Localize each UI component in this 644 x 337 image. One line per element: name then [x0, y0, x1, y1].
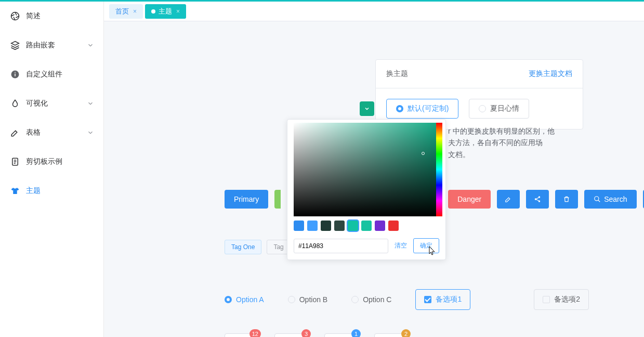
badge-label: 评论	[324, 333, 356, 337]
primary-button[interactable]: Primary	[225, 190, 268, 209]
tab-bar: 首页 × 主题 ×	[104, 2, 644, 21]
radio-option-b[interactable]: Option B	[288, 295, 327, 304]
theme-option-default[interactable]: 默认(可定制)	[386, 99, 458, 119]
badge-button-comment-2[interactable]: 评论 1	[324, 333, 356, 337]
danger-button[interactable]: Danger	[448, 190, 491, 209]
card-header: 换主题 更换主题文档	[376, 60, 583, 88]
aperture-icon	[10, 11, 20, 21]
badge-label: 回复	[274, 333, 306, 337]
badge-count: 3	[301, 329, 311, 337]
close-icon[interactable]: ×	[176, 8, 180, 15]
trash-icon	[563, 196, 570, 203]
edit-icon	[505, 196, 512, 203]
active-dot-icon	[151, 9, 155, 14]
saturation-panel[interactable]	[294, 123, 439, 216]
sidebar-item-table[interactable]: 表格	[0, 118, 103, 147]
sidebar-item-viz[interactable]: 可视化	[0, 89, 103, 118]
sidebar-item-clipboard[interactable]: 剪切板示例	[0, 147, 103, 176]
badge-count: 1	[351, 329, 361, 337]
radio-label: Option C	[363, 295, 391, 304]
description-text: r 中的更换皮肤有明显的区别，他 夫方法，各自有不同的应用场 文档。	[448, 125, 555, 160]
checkbox-label: 备选项1	[436, 295, 462, 304]
search-button[interactable]: Search	[584, 190, 636, 209]
checkbox-label: 备选项2	[554, 295, 580, 304]
swatch[interactable]	[375, 221, 385, 231]
swatch[interactable]	[321, 221, 331, 231]
sidebar-label: 路由嵌套	[26, 41, 55, 50]
share-icon	[534, 196, 541, 203]
hex-input[interactable]	[294, 239, 388, 253]
radio-label: Option B	[299, 295, 327, 304]
checkbox-icon	[543, 296, 550, 303]
radio-label: Option A	[236, 295, 264, 304]
hue-slider[interactable]	[436, 123, 442, 216]
droplet-icon	[10, 99, 20, 108]
picker-footer: 清空 确定	[291, 235, 442, 256]
swatch[interactable]	[361, 221, 372, 231]
badge-label: 回复	[374, 333, 405, 337]
sat-cursor	[422, 152, 425, 155]
badge-button-reply-1[interactable]: 回复 3	[274, 333, 306, 337]
radio-icon	[288, 296, 295, 303]
chevron-down-icon	[364, 106, 370, 112]
sidebar-label: 剪切板示例	[26, 157, 62, 166]
checkbox-option-1[interactable]: 备选项1	[415, 289, 470, 310]
tab-theme[interactable]: 主题 ×	[145, 4, 186, 19]
doc-link[interactable]: 更换主题文档	[529, 69, 572, 79]
mouse-cursor-icon	[428, 246, 437, 256]
radio-row: Option A Option B Option C 备选项1 备选项2	[225, 289, 589, 310]
sidebar-label: 表格	[26, 128, 41, 137]
sidebar-item-router[interactable]: 路由嵌套	[0, 31, 103, 60]
clear-button[interactable]: 清空	[392, 241, 409, 250]
checkbox-option-2[interactable]: 备选项2	[534, 289, 589, 310]
tshirt-icon	[10, 186, 20, 196]
chevron-down-icon	[87, 129, 94, 136]
svg-rect-3	[15, 72, 16, 73]
theme-option-summer[interactable]: 夏日心情	[469, 99, 529, 119]
swatch[interactable]	[334, 221, 345, 231]
main: 首页 × 主题 × 换主题 更换主题文档 默认(可定制)	[104, 2, 644, 337]
radio-option-c[interactable]: Option C	[351, 295, 391, 304]
info-icon	[10, 70, 20, 79]
sidebar-item-component[interactable]: 自定义组件	[0, 60, 103, 89]
badge-row: 评论 12 回复 3 评论 1 回复 2 点我查看	[225, 333, 462, 337]
search-icon	[594, 196, 601, 203]
close-icon[interactable]: ×	[133, 8, 137, 15]
radio-icon	[479, 105, 486, 112]
sidebar-label: 主题	[26, 186, 41, 196]
sidebar-item-intro[interactable]: 简述	[0, 2, 103, 31]
share-button[interactable]	[526, 190, 549, 209]
chevron-down-icon	[87, 42, 94, 49]
button-label: Search	[604, 195, 627, 203]
edit-button[interactable]	[497, 190, 520, 209]
sidebar: 简述 路由嵌套 自定义组件 可视化 表格 剪切板示例 主题	[0, 2, 104, 337]
tab-label: 主题	[159, 7, 172, 16]
edit-icon	[10, 128, 20, 137]
swatch-row	[291, 216, 442, 235]
checkbox-icon	[424, 296, 431, 303]
badge-count: 12	[249, 329, 261, 337]
swatch[interactable]	[307, 221, 318, 231]
color-picker-panel: 清空 确定	[287, 119, 446, 260]
delete-button[interactable]	[555, 190, 578, 209]
success-button-partial[interactable]	[274, 190, 281, 209]
tag-one[interactable]: Tag One	[225, 240, 261, 254]
radio-icon	[225, 296, 232, 303]
svg-rect-2	[15, 74, 16, 76]
badge-button-comment-1[interactable]: 评论 12	[225, 333, 256, 337]
swatch[interactable]	[348, 221, 358, 231]
swatch[interactable]	[388, 221, 399, 231]
layers-icon	[10, 41, 20, 50]
card-title: 换主题	[386, 69, 408, 79]
layout: 简述 路由嵌套 自定义组件 可视化 表格 剪切板示例 主题	[0, 2, 644, 337]
file-icon	[10, 157, 20, 166]
content: 换主题 更换主题文档 默认(可定制) 夏日心情 r 中的更换皮肤有明显的区别，他	[104, 21, 644, 337]
radio-icon	[351, 296, 359, 303]
color-picker-toggle[interactable]	[360, 101, 374, 116]
svg-point-8	[595, 197, 599, 201]
badge-button-reply-2[interactable]: 回复 2	[374, 333, 405, 337]
tab-home[interactable]: 首页 ×	[109, 4, 143, 19]
swatch[interactable]	[294, 221, 304, 231]
radio-option-a[interactable]: Option A	[225, 295, 264, 304]
sidebar-item-theme[interactable]: 主题	[0, 176, 103, 205]
